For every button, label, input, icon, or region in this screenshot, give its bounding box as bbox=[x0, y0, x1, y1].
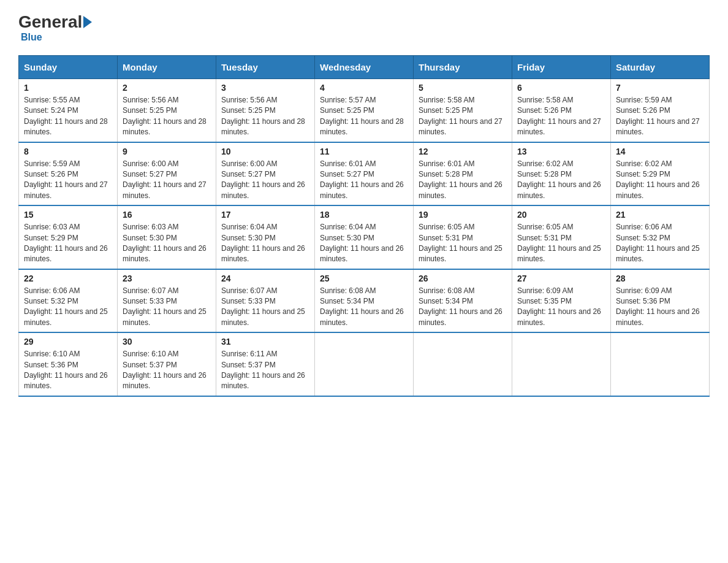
day-info: Sunrise: 6:06 AMSunset: 5:32 PMDaylight:… bbox=[616, 222, 704, 265]
calendar-table: SundayMondayTuesdayWednesdayThursdayFrid… bbox=[18, 55, 710, 397]
calendar-cell: 20Sunrise: 6:05 AMSunset: 5:31 PMDayligh… bbox=[512, 205, 611, 269]
day-number: 24 bbox=[221, 274, 309, 283]
day-info: Sunrise: 5:57 AMSunset: 5:25 PMDaylight:… bbox=[320, 95, 408, 138]
day-number: 14 bbox=[616, 147, 704, 156]
day-number: 19 bbox=[419, 210, 507, 220]
day-number: 9 bbox=[123, 147, 211, 156]
day-number: 30 bbox=[123, 337, 211, 347]
calendar-cell: 8Sunrise: 5:59 AMSunset: 5:26 PMDaylight… bbox=[19, 142, 118, 206]
day-info: Sunrise: 6:08 AMSunset: 5:34 PMDaylight:… bbox=[419, 286, 507, 329]
calendar-cell: 23Sunrise: 6:07 AMSunset: 5:33 PMDayligh… bbox=[118, 269, 216, 333]
calendar-cell: 1Sunrise: 5:55 AMSunset: 5:24 PMDaylight… bbox=[19, 79, 118, 142]
header-thursday: Thursday bbox=[414, 56, 512, 79]
calendar-week-row: 1Sunrise: 5:55 AMSunset: 5:24 PMDaylight… bbox=[19, 79, 710, 142]
calendar-cell: 30Sunrise: 6:10 AMSunset: 5:37 PMDayligh… bbox=[118, 332, 216, 396]
calendar-cell: 2Sunrise: 5:56 AMSunset: 5:25 PMDaylight… bbox=[118, 79, 216, 142]
day-info: Sunrise: 6:09 AMSunset: 5:36 PMDaylight:… bbox=[616, 286, 704, 329]
day-number: 10 bbox=[221, 147, 309, 156]
day-info: Sunrise: 6:02 AMSunset: 5:28 PMDaylight:… bbox=[517, 159, 605, 202]
day-info: Sunrise: 6:08 AMSunset: 5:34 PMDaylight:… bbox=[320, 286, 408, 329]
day-number: 21 bbox=[616, 210, 704, 220]
day-info: Sunrise: 6:01 AMSunset: 5:28 PMDaylight:… bbox=[419, 159, 507, 202]
header-saturday: Saturday bbox=[611, 56, 710, 79]
day-number: 20 bbox=[517, 210, 605, 220]
day-info: Sunrise: 6:05 AMSunset: 5:31 PMDaylight:… bbox=[419, 222, 507, 265]
logo: General Blue bbox=[18, 12, 93, 43]
logo-blue-text: Blue bbox=[21, 32, 42, 43]
day-number: 25 bbox=[320, 274, 408, 283]
calendar-cell bbox=[315, 332, 414, 396]
logo-arrow-icon bbox=[83, 16, 92, 28]
day-number: 6 bbox=[517, 83, 605, 93]
day-number: 13 bbox=[517, 147, 605, 156]
calendar-week-row: 22Sunrise: 6:06 AMSunset: 5:32 PMDayligh… bbox=[19, 269, 710, 333]
day-number: 29 bbox=[24, 337, 112, 347]
calendar-cell: 4Sunrise: 5:57 AMSunset: 5:25 PMDaylight… bbox=[315, 79, 414, 142]
day-number: 16 bbox=[123, 210, 211, 220]
day-number: 12 bbox=[419, 147, 507, 156]
calendar-week-row: 15Sunrise: 6:03 AMSunset: 5:29 PMDayligh… bbox=[19, 205, 710, 269]
calendar-cell: 29Sunrise: 6:10 AMSunset: 5:36 PMDayligh… bbox=[19, 332, 118, 396]
day-number: 26 bbox=[419, 274, 507, 283]
day-info: Sunrise: 5:59 AMSunset: 5:26 PMDaylight:… bbox=[616, 95, 704, 138]
calendar-cell: 18Sunrise: 6:04 AMSunset: 5:30 PMDayligh… bbox=[315, 205, 414, 269]
header-wednesday: Wednesday bbox=[315, 56, 414, 79]
calendar-cell: 21Sunrise: 6:06 AMSunset: 5:32 PMDayligh… bbox=[611, 205, 710, 269]
day-info: Sunrise: 6:03 AMSunset: 5:30 PMDaylight:… bbox=[123, 222, 211, 265]
calendar-cell: 13Sunrise: 6:02 AMSunset: 5:28 PMDayligh… bbox=[512, 142, 611, 206]
day-info: Sunrise: 5:59 AMSunset: 5:26 PMDaylight:… bbox=[24, 159, 112, 202]
day-info: Sunrise: 6:04 AMSunset: 5:30 PMDaylight:… bbox=[221, 222, 309, 265]
calendar-cell: 7Sunrise: 5:59 AMSunset: 5:26 PMDaylight… bbox=[611, 79, 710, 142]
calendar-cell: 17Sunrise: 6:04 AMSunset: 5:30 PMDayligh… bbox=[216, 205, 315, 269]
calendar-cell: 11Sunrise: 6:01 AMSunset: 5:27 PMDayligh… bbox=[315, 142, 414, 206]
day-info: Sunrise: 6:09 AMSunset: 5:35 PMDaylight:… bbox=[517, 286, 605, 329]
calendar-cell: 10Sunrise: 6:00 AMSunset: 5:27 PMDayligh… bbox=[216, 142, 315, 206]
calendar-cell: 22Sunrise: 6:06 AMSunset: 5:32 PMDayligh… bbox=[19, 269, 118, 333]
day-info: Sunrise: 6:00 AMSunset: 5:27 PMDaylight:… bbox=[123, 159, 211, 202]
day-number: 1 bbox=[24, 83, 112, 93]
day-info: Sunrise: 6:10 AMSunset: 5:36 PMDaylight:… bbox=[24, 349, 112, 392]
day-info: Sunrise: 5:56 AMSunset: 5:25 PMDaylight:… bbox=[221, 95, 309, 138]
day-number: 15 bbox=[24, 210, 112, 220]
calendar-cell: 6Sunrise: 5:58 AMSunset: 5:26 PMDaylight… bbox=[512, 79, 611, 142]
day-info: Sunrise: 5:58 AMSunset: 5:25 PMDaylight:… bbox=[419, 95, 507, 138]
day-number: 8 bbox=[24, 147, 112, 156]
day-number: 22 bbox=[24, 274, 112, 283]
calendar-cell: 19Sunrise: 6:05 AMSunset: 5:31 PMDayligh… bbox=[414, 205, 512, 269]
calendar-cell: 15Sunrise: 6:03 AMSunset: 5:29 PMDayligh… bbox=[19, 205, 118, 269]
day-number: 18 bbox=[320, 210, 408, 220]
day-info: Sunrise: 6:02 AMSunset: 5:29 PMDaylight:… bbox=[616, 159, 704, 202]
day-number: 2 bbox=[123, 83, 211, 93]
day-info: Sunrise: 6:05 AMSunset: 5:31 PMDaylight:… bbox=[517, 222, 605, 265]
header-sunday: Sunday bbox=[19, 56, 118, 79]
day-number: 28 bbox=[616, 274, 704, 283]
calendar-cell: 12Sunrise: 6:01 AMSunset: 5:28 PMDayligh… bbox=[414, 142, 512, 206]
header-tuesday: Tuesday bbox=[216, 56, 315, 79]
calendar-cell: 24Sunrise: 6:07 AMSunset: 5:33 PMDayligh… bbox=[216, 269, 315, 333]
day-info: Sunrise: 6:06 AMSunset: 5:32 PMDaylight:… bbox=[24, 286, 112, 329]
day-info: Sunrise: 6:10 AMSunset: 5:37 PMDaylight:… bbox=[123, 349, 211, 392]
calendar-cell: 25Sunrise: 6:08 AMSunset: 5:34 PMDayligh… bbox=[315, 269, 414, 333]
calendar-week-row: 29Sunrise: 6:10 AMSunset: 5:36 PMDayligh… bbox=[19, 332, 710, 396]
calendar-cell: 16Sunrise: 6:03 AMSunset: 5:30 PMDayligh… bbox=[118, 205, 216, 269]
calendar-cell: 31Sunrise: 6:11 AMSunset: 5:37 PMDayligh… bbox=[216, 332, 315, 396]
header-monday: Monday bbox=[118, 56, 216, 79]
calendar-week-row: 8Sunrise: 5:59 AMSunset: 5:26 PMDaylight… bbox=[19, 142, 710, 206]
calendar-cell: 3Sunrise: 5:56 AMSunset: 5:25 PMDaylight… bbox=[216, 79, 315, 142]
calendar-cell: 9Sunrise: 6:00 AMSunset: 5:27 PMDaylight… bbox=[118, 142, 216, 206]
calendar-cell bbox=[414, 332, 512, 396]
day-number: 31 bbox=[221, 337, 309, 347]
logo-general-text: General bbox=[18, 12, 82, 32]
day-info: Sunrise: 6:07 AMSunset: 5:33 PMDaylight:… bbox=[123, 286, 211, 329]
page-header: General Blue bbox=[18, 12, 710, 43]
day-number: 5 bbox=[419, 83, 507, 93]
day-info: Sunrise: 6:03 AMSunset: 5:29 PMDaylight:… bbox=[24, 222, 112, 265]
calendar-cell: 26Sunrise: 6:08 AMSunset: 5:34 PMDayligh… bbox=[414, 269, 512, 333]
day-info: Sunrise: 5:55 AMSunset: 5:24 PMDaylight:… bbox=[24, 95, 112, 138]
calendar-cell bbox=[512, 332, 611, 396]
calendar-cell: 14Sunrise: 6:02 AMSunset: 5:29 PMDayligh… bbox=[611, 142, 710, 206]
calendar-cell: 5Sunrise: 5:58 AMSunset: 5:25 PMDaylight… bbox=[414, 79, 512, 142]
day-number: 17 bbox=[221, 210, 309, 220]
day-number: 11 bbox=[320, 147, 408, 156]
header-friday: Friday bbox=[512, 56, 611, 79]
